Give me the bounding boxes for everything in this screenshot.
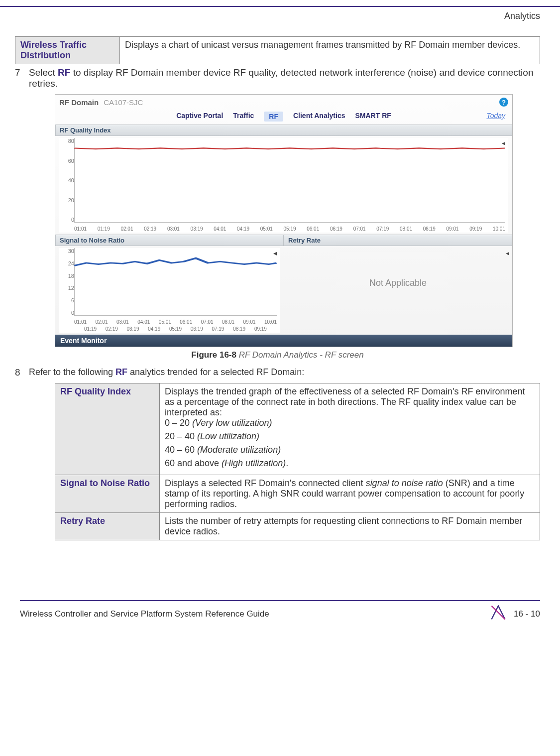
panel-rf-quality-index: RF Quality Index bbox=[55, 125, 512, 136]
retry-rate-not-applicable: Not Applicable bbox=[288, 248, 508, 318]
panel-snr: Signal to Noise Ratio bbox=[55, 235, 284, 246]
step-8-pre: Refer to the following bbox=[29, 367, 115, 377]
help-icon[interactable]: ? bbox=[499, 98, 508, 107]
retry-collapse-icon[interactable]: ◂ bbox=[506, 249, 509, 257]
snr-x-axis-bot: 01:1902:1903:1904:1905:1906:1907:1908:19… bbox=[84, 326, 267, 332]
figure-title: RF Domain Analytics - RF screen bbox=[239, 350, 364, 360]
intro-table-desc: Displays a chart of unicast versus manag… bbox=[120, 37, 540, 64]
step-8-post: analytics trended for a selected RF Doma… bbox=[127, 367, 304, 377]
step-8: 8 Refer to the following RF analytics tr… bbox=[15, 367, 540, 378]
table-row: RF Quality Index Displays the trended gr… bbox=[55, 383, 540, 475]
step-7-bold: RF bbox=[58, 67, 70, 78]
tab-traffic[interactable]: Traffic bbox=[233, 112, 254, 122]
snr-desc: Displays a selected RF Domain's connecte… bbox=[160, 475, 540, 513]
tab-client-analytics[interactable]: Client Analytics bbox=[293, 112, 345, 122]
rf-analytics-screenshot: RF Domain CA107-SJC ? Captive Portal Tra… bbox=[55, 94, 513, 347]
table-row: Signal to Noise Ratio Displays a selecte… bbox=[55, 475, 540, 513]
page-footer: Wireless Controller and Service Platform… bbox=[0, 601, 560, 632]
chart-snr: ◂ 30 24 18 12 6 0 bbox=[59, 248, 280, 333]
footer-guide-title: Wireless Controller and Service Platform… bbox=[20, 609, 483, 619]
step-8-text: Refer to the following RF analytics tren… bbox=[29, 367, 540, 378]
step-7-text: Select RF to display RF Domain member de… bbox=[29, 67, 540, 89]
panel-retry-rate: Retry Rate bbox=[284, 235, 512, 246]
tab-rf[interactable]: RF bbox=[264, 112, 283, 122]
panel-event-monitor[interactable]: Event Monitor bbox=[55, 335, 512, 347]
figure-caption: Figure 16-8 RF Domain Analytics - RF scr… bbox=[15, 350, 540, 360]
rf-domain-label: RF Domain bbox=[59, 98, 99, 107]
table-row: Retry Rate Lists the number of retry att… bbox=[55, 513, 540, 540]
footer-page-number: 16 - 10 bbox=[514, 609, 540, 619]
retry-rate-desc: Lists the number of retry attempts for r… bbox=[160, 513, 540, 540]
snr-label: Signal to Noise Ratio bbox=[55, 475, 160, 513]
step-8-number: 8 bbox=[15, 367, 29, 378]
rf-analytics-table: RF Quality Index Displays the trended gr… bbox=[55, 383, 540, 540]
rf-quality-x-axis: 01:0101:1902:0102:1903:0103:1904:0104:19… bbox=[74, 226, 505, 232]
rf-quality-y-axis: 80 60 40 20 0 bbox=[62, 138, 74, 223]
rf-quality-index-desc: Displays the trended graph of the effect… bbox=[160, 383, 540, 475]
page-section-header: Analytics bbox=[0, 11, 560, 21]
rf-domain-name: CA107-SJC bbox=[104, 98, 143, 107]
footer-logo-icon bbox=[491, 605, 506, 623]
tab-smart-rf[interactable]: SMART RF bbox=[355, 112, 391, 122]
step-7-number: 7 bbox=[15, 67, 29, 78]
rf-quality-index-label: RF Quality Index bbox=[55, 383, 160, 475]
intro-table-label: Wireless Traffic Distribution bbox=[15, 37, 120, 64]
step-7-post: to display RF Domain member device RF qu… bbox=[29, 67, 533, 89]
time-range-link[interactable]: Today bbox=[486, 112, 505, 120]
top-border bbox=[0, 6, 560, 7]
retry-rate-label: Retry Rate bbox=[55, 513, 160, 540]
step-8-bold: RF bbox=[115, 367, 127, 377]
figure-label: Figure 16-8 bbox=[191, 350, 236, 360]
chart-rf-quality-index: ◂ 80 60 40 20 0 01:0101:1902:0102:1903:0… bbox=[59, 138, 508, 233]
analytics-tabs: Captive Portal Traffic RF Client Analyti… bbox=[55, 110, 512, 125]
snr-x-axis-top: 01:0102:0103:0104:0105:0106:0107:0108:01… bbox=[74, 319, 277, 325]
step-7-pre: Select bbox=[29, 67, 58, 78]
intro-definition-table: Wireless Traffic Distribution Displays a… bbox=[15, 36, 540, 64]
step-7: 7 Select RF to display RF Domain member … bbox=[15, 67, 540, 89]
tab-captive-portal[interactable]: Captive Portal bbox=[176, 112, 223, 122]
snr-y-axis: 30 24 18 12 6 0 bbox=[62, 248, 74, 316]
